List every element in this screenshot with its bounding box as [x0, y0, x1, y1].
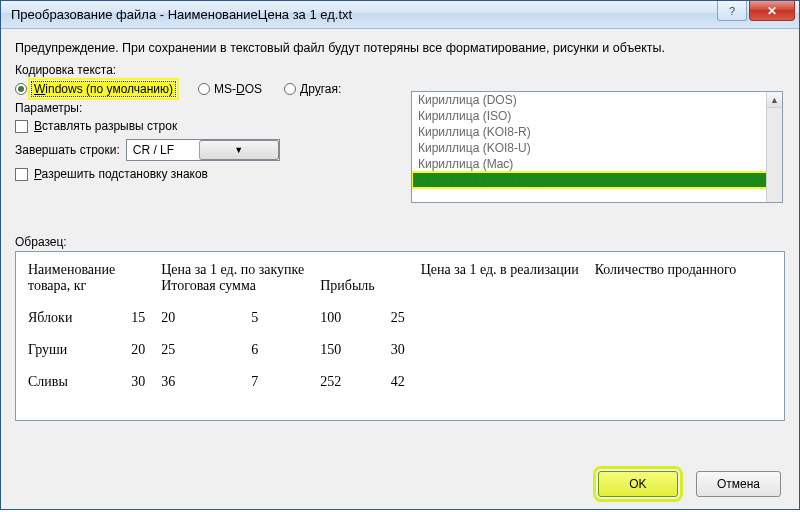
col-header: Количество проданного: [587, 258, 745, 298]
radio-windows-label: WWindows (по умолчанию)indows (по умолча…: [31, 81, 176, 97]
line-ending-combo[interactable]: CR / LF ▼: [126, 139, 280, 161]
ok-button[interactable]: OK: [598, 471, 678, 497]
window-buttons: ? ✕: [717, 1, 799, 28]
radio-dot-icon: [284, 83, 296, 95]
help-button[interactable]: ?: [717, 1, 747, 21]
window-title: Преобразование файла - НаименованиеЦена …: [11, 7, 717, 22]
preview-box: Наименованиетовара, кг Цена за 1 ед. по …: [15, 251, 785, 421]
insert-breaks-label: Вставлять разрывы строк: [34, 119, 177, 133]
radio-other-label: Другая:: [300, 82, 341, 96]
col-header: Цена за 1 ед. по закупкеИтоговая сумма: [153, 258, 312, 298]
col-header: Наименованиетовара, кг: [20, 258, 123, 298]
content-area: Предупреждение. При сохранении в текстов…: [1, 29, 799, 509]
list-item-selected[interactable]: Кириллица (Windows): [412, 172, 782, 188]
list-item[interactable]: Кириллица (ISO): [412, 108, 782, 124]
radio-other[interactable]: Другая:: [284, 82, 341, 96]
dialog-footer: OK Отмена: [598, 471, 781, 497]
chevron-down-icon[interactable]: ▼: [199, 140, 279, 160]
list-item[interactable]: Кириллица (DOS): [412, 92, 782, 108]
titlebar[interactable]: Преобразование файла - НаименованиеЦена …: [1, 1, 799, 29]
radio-msdos-label: MS-DOS: [214, 82, 262, 96]
col-header: Цена за 1 ед. в реализации: [413, 258, 587, 298]
close-button[interactable]: ✕: [749, 1, 795, 21]
scroll-up-icon[interactable]: ▲: [767, 92, 782, 108]
scrollbar[interactable]: ▲: [766, 92, 782, 202]
encoding-listbox[interactable]: Кириллица (DOS) Кириллица (ISO) Кириллиц…: [411, 91, 783, 203]
radio-msdos[interactable]: MS-DOS: [198, 82, 262, 96]
dialog-window: Преобразование файла - НаименованиеЦена …: [0, 0, 800, 510]
sample-label: Образец:: [15, 235, 785, 249]
encoding-label: Кодировка текста:: [15, 63, 785, 77]
cancel-button[interactable]: Отмена: [696, 471, 781, 497]
radio-dot-icon: [198, 83, 210, 95]
col-header: Прибыль: [312, 258, 383, 298]
table-row: Наименованиетовара, кг Цена за 1 ед. по …: [20, 258, 744, 298]
warning-text: Предупреждение. При сохранении в текстов…: [15, 41, 785, 55]
table-row: Яблоки1520510025: [20, 306, 744, 330]
table-row: Груши2025615030: [20, 338, 744, 362]
combo-value: CR / LF: [127, 143, 199, 157]
line-ending-label: Завершать строки:: [15, 143, 120, 157]
list-item[interactable]: Кириллица (KOI8-U): [412, 140, 782, 156]
preview-table: Наименованиетовара, кг Цена за 1 ед. по …: [20, 258, 744, 394]
list-item[interactable]: Кириллица (Mac): [412, 156, 782, 172]
allow-subst-label: Разрешить подстановку знаков: [34, 167, 208, 181]
checkbox-icon[interactable]: [15, 168, 28, 181]
checkbox-icon[interactable]: [15, 120, 28, 133]
table-row: Сливы3036725242: [20, 370, 744, 394]
radio-windows[interactable]: WWindows (по умолчанию)indows (по умолча…: [15, 81, 176, 97]
radio-dot-icon: [15, 83, 27, 95]
list-item[interactable]: Кириллица (KOI8-R): [412, 124, 782, 140]
